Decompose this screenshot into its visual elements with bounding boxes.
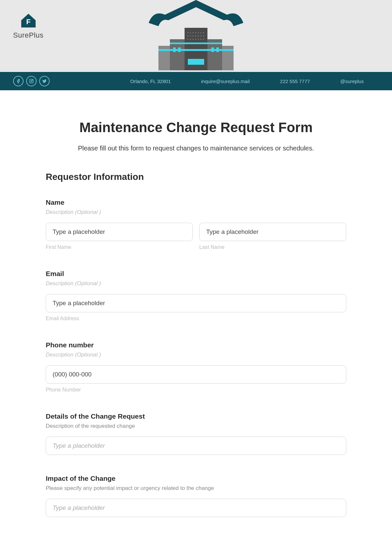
svg-point-30 (195, 39, 196, 40)
impact-input[interactable] (46, 499, 346, 517)
details-hint: Description of the requested change (46, 423, 346, 429)
svg-point-25 (201, 36, 202, 37)
twitter-icon[interactable] (39, 76, 50, 86)
last-name-input[interactable] (199, 223, 346, 241)
phone-input[interactable] (46, 365, 346, 384)
svg-point-32 (201, 39, 202, 40)
svg-point-15 (193, 32, 194, 33)
phone-desc: Description (Optional ) (46, 352, 346, 358)
svg-point-28 (190, 39, 191, 40)
phone-label: Phone number (46, 341, 346, 349)
svg-point-21 (190, 36, 191, 37)
svg-point-24 (198, 36, 199, 37)
contact-phone: 222 555 7777 (280, 78, 310, 84)
form-subtitle: Please fill out this form to request cha… (46, 145, 346, 152)
section-requestor-heading: Requestor Information (46, 172, 346, 182)
name-desc: Description (Optional ) (46, 209, 346, 216)
email-input[interactable] (46, 294, 346, 312)
svg-point-26 (203, 36, 204, 37)
contact-handle: @sureplus (340, 78, 364, 84)
field-details: Details of the Change Request Descriptio… (46, 412, 346, 455)
field-name: Name Description (Optional ) First Name … (46, 199, 346, 250)
svg-point-16 (195, 32, 196, 33)
name-label: Name (46, 199, 346, 206)
svg-rect-8 (173, 47, 176, 52)
impact-hint: Please specify any potential impact or u… (46, 485, 346, 492)
svg-rect-7 (170, 43, 222, 44)
hero-banner: F SurePlus (0, 0, 392, 72)
last-name-sublabel: Last Name (199, 244, 346, 250)
svg-point-22 (193, 36, 194, 37)
instagram-icon[interactable] (26, 76, 37, 86)
svg-rect-10 (211, 47, 214, 52)
contact-address: Orlando, FL 32801 (130, 78, 171, 84)
svg-point-19 (203, 32, 204, 33)
svg-rect-9 (178, 47, 181, 52)
hero-illustration (139, 0, 253, 75)
brand-logo-icon: F (19, 10, 38, 29)
svg-point-29 (193, 39, 194, 40)
svg-point-31 (198, 39, 199, 40)
svg-point-35 (31, 80, 32, 82)
svg-text:F: F (26, 18, 30, 26)
impact-label: Impact of the Change (46, 475, 346, 482)
phone-sublabel: Phone Number (46, 387, 346, 393)
svg-point-23 (195, 36, 196, 37)
email-label: Email (46, 270, 346, 278)
svg-point-17 (198, 32, 199, 33)
social-links (13, 76, 50, 86)
svg-point-20 (188, 36, 188, 37)
field-phone: Phone number Description (Optional ) Pho… (46, 341, 346, 393)
brand-name: SurePlus (13, 31, 43, 40)
svg-point-18 (201, 32, 202, 33)
form-container: Maintenance Change Request Form Please f… (46, 90, 346, 556)
first-name-sublabel: First Name (46, 244, 193, 250)
svg-rect-6 (158, 49, 234, 51)
svg-point-13 (188, 32, 188, 33)
form-title: Maintenance Change Request Form (46, 120, 346, 135)
svg-rect-12 (188, 59, 204, 65)
email-sublabel: Email Address (46, 316, 346, 321)
svg-point-27 (188, 39, 188, 40)
field-impact: Impact of the Change Please specify any … (46, 475, 346, 517)
contact-info-items: Orlando, FL 32801 inquire@sureplus.mail … (115, 78, 379, 84)
details-label: Details of the Change Request (46, 412, 346, 420)
first-name-input[interactable] (46, 223, 193, 241)
contact-email: inquire@sureplus.mail (201, 78, 250, 84)
svg-point-14 (190, 32, 191, 33)
brand-block: F SurePlus (13, 10, 43, 40)
svg-rect-11 (216, 47, 219, 52)
email-desc: Description (Optional ) (46, 280, 346, 287)
svg-point-36 (32, 80, 33, 80)
details-input[interactable] (46, 437, 346, 455)
field-email: Email Description (Optional ) Email Addr… (46, 270, 346, 321)
svg-point-33 (203, 39, 204, 40)
facebook-icon[interactable] (13, 76, 24, 86)
